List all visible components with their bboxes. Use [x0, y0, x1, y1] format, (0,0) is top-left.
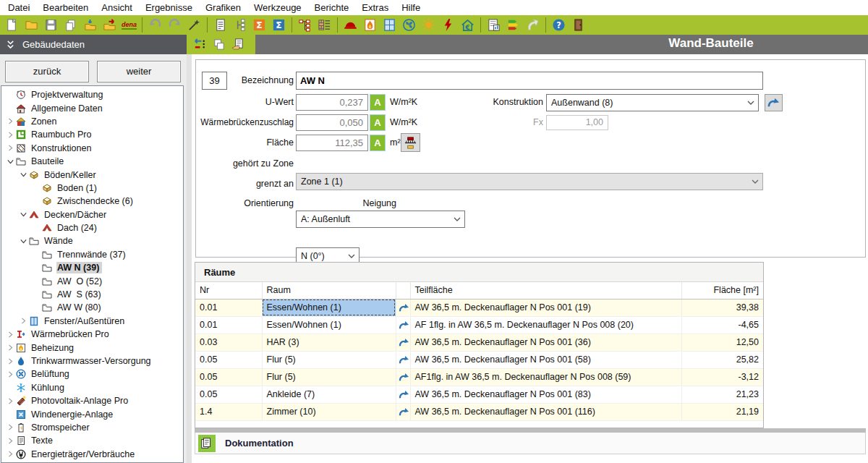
redo-button[interactable]: [166, 16, 184, 34]
cell-teilflaeche[interactable]: AW 36,5 m. Deckenauflager N Pos 001 (19): [410, 299, 681, 316]
tree-item-aw-o-52[interactable]: AW O (52): [1, 274, 183, 287]
tree-item-trennwände-37[interactable]: Trennwände (37): [1, 248, 183, 261]
table-row[interactable]: 0.01Essen/Wohnen (1)AF 1flg. in AW 36,5 …: [195, 316, 763, 334]
zone-dropdown[interactable]: Zone 1 (1): [296, 173, 763, 190]
cell-raum[interactable]: Essen/Wohnen (1): [262, 316, 396, 334]
cell-nr[interactable]: 0.01: [195, 299, 262, 316]
cell-raum[interactable]: Ankleide (7): [262, 386, 396, 403]
konstruktion-dropdown[interactable]: Außenwand (8): [546, 94, 759, 111]
bezeichnung-input[interactable]: [296, 72, 763, 90]
tree-item-raumbuch-pro[interactable]: Raumbuch Pro: [1, 128, 183, 141]
tree-item-projektverwaltung[interactable]: Projektverwaltung: [1, 88, 183, 101]
tree-item-konstruktionen[interactable]: Konstruktionen: [1, 142, 183, 155]
cell-flaeche[interactable]: 25,82: [681, 351, 763, 368]
chevron-right-icon[interactable]: [4, 371, 16, 378]
chevron-right-icon[interactable]: [4, 331, 16, 338]
energy-certificate-button[interactable]: [504, 16, 522, 34]
flaeche-value[interactable]: 112,35: [296, 135, 368, 151]
import-button[interactable]: [81, 16, 99, 34]
cell-raum[interactable]: Essen/Wohnen (1): [262, 299, 396, 316]
tree-item-zonen[interactable]: Zonen: [1, 115, 183, 128]
export-button[interactable]: [101, 16, 119, 34]
cell-teilflaeche[interactable]: AF1flg. in AW 36,5 m. Deckenauflager N P…: [410, 368, 681, 386]
cell-nr[interactable]: 0.05: [195, 351, 262, 368]
cell-nr[interactable]: 0.05: [195, 368, 262, 386]
chevron-right-icon[interactable]: [4, 344, 16, 351]
open-project-button[interactable]: [22, 16, 41, 34]
cell-raum[interactable]: Zimmer (10): [262, 403, 396, 420]
chevron-right-icon[interactable]: [4, 118, 16, 124]
sidebar-header[interactable]: Gebäudedaten: [0, 35, 187, 54]
cell-raum[interactable]: Flur (5): [262, 368, 396, 386]
construction-helmet-button[interactable]: [341, 16, 359, 34]
cell-nr[interactable]: 0.05: [195, 386, 262, 403]
dokumentation-header[interactable]: Dokumentation: [195, 433, 866, 454]
heating-flame-button[interactable]: [361, 16, 379, 34]
chevron-right-icon[interactable]: [4, 438, 16, 444]
menu-ergebnisse[interactable]: Ergebnisse: [139, 1, 199, 14]
cell-teilflaeche[interactable]: AW 36,5 m. Deckenauflager N Pos 001 (58): [410, 351, 681, 368]
tree-item-stromspeicher[interactable]: Stromspeicher: [1, 421, 183, 434]
new-document-button[interactable]: [3, 16, 21, 34]
chevron-right-icon[interactable]: [4, 424, 16, 430]
chevron-down-icon[interactable]: [17, 171, 29, 178]
chevron-right-icon[interactable]: [4, 451, 16, 457]
cell-nr[interactable]: 0.01: [195, 316, 262, 334]
waermebrueckenzuschlag-auto-button[interactable]: A: [370, 114, 386, 131]
undo-button[interactable]: [146, 16, 164, 34]
ventilation-fan-button[interactable]: [400, 16, 418, 34]
tree-item-kühlung[interactable]: Kühlung: [1, 381, 183, 394]
menu-grafiken[interactable]: Grafiken: [199, 1, 247, 14]
cell-teilflaeche[interactable]: AW 36,5 m. Deckenauflager N Pos 001 (36): [410, 334, 681, 351]
chevron-right-icon[interactable]: [4, 132, 16, 138]
assign-document-button[interactable]: [228, 36, 247, 54]
copy-button[interactable]: [61, 16, 80, 34]
cell-flaeche[interactable]: 39,38: [681, 299, 763, 316]
menu-werkzeuge[interactable]: Werkzeuge: [247, 1, 308, 14]
tree-item-böden-keller[interactable]: Böden/Keller: [1, 168, 183, 181]
cell-raum[interactable]: HAR (3): [262, 334, 396, 351]
tree-item-decken-dächer[interactable]: Decken/Dächer: [1, 208, 183, 221]
u-wert-auto-button[interactable]: A: [370, 94, 386, 111]
chevron-right-icon[interactable]: [4, 398, 16, 404]
electricity-bolt-button[interactable]: [439, 16, 457, 34]
tree-item-aw-w-80[interactable]: AW W (80): [1, 301, 183, 314]
save-button[interactable]: [42, 16, 60, 34]
table-row[interactable]: 0.05Ankleide (7)AW 36,5 m. Deckenauflage…: [195, 386, 763, 403]
cell-flaeche[interactable]: 21,23: [681, 386, 763, 403]
chevron-right-icon[interactable]: [4, 358, 16, 365]
back-button[interactable]: zurück: [5, 61, 89, 82]
tree-item-belüftung[interactable]: Belüftung: [1, 368, 183, 381]
menu-ansicht[interactable]: Ansicht: [95, 1, 139, 14]
chevron-down-icon[interactable]: [17, 211, 29, 218]
exit-door-button[interactable]: [569, 16, 587, 34]
chevron-right-icon[interactable]: [4, 145, 16, 151]
sum-orange-button[interactable]: Σ: [250, 16, 268, 34]
table-row[interactable]: 0.01Essen/Wohnen (1)AW 36,5 m. Deckenauf…: [195, 299, 763, 316]
table-row[interactable]: 0.05Flur (5)AF1flg. in AW 36,5 m. Decken…: [195, 368, 763, 386]
dena-logo-button[interactable]: dena: [120, 16, 138, 34]
menu-hilfe[interactable]: Hilfe: [395, 1, 427, 14]
konstruktion-apply-button[interactable]: [765, 94, 783, 111]
cell-teilflaeche[interactable]: AW 36,5 m. Deckenauflager N Pos 001 (116…: [410, 403, 681, 420]
tree-item-aw-n-39[interactable]: AW N (39): [1, 261, 183, 274]
archive-pale-button[interactable]: [524, 16, 542, 34]
cell-flaeche[interactable]: 21,19: [681, 403, 763, 420]
tree-item-wärmebrücken-pro[interactable]: Wärmebrücken Pro: [1, 328, 183, 341]
cell-raum[interactable]: Flur (5): [262, 351, 396, 368]
menu-bearbeiten[interactable]: Bearbeiten: [36, 1, 95, 14]
sidebar-splitter[interactable]: [187, 54, 192, 463]
grenzt-an-dropdown[interactable]: A: Außenluft: [296, 211, 465, 228]
tree-item-zwischendecke-6[interactable]: Zwischendecke (6): [1, 195, 183, 208]
tree-item-fenster-außentüren[interactable]: Fenster/Außentüren: [1, 315, 183, 328]
cell-nr[interactable]: 1.4: [195, 403, 262, 420]
tree-item-bauteile[interactable]: Bauteile: [1, 155, 183, 168]
cell-teilflaeche[interactable]: AF 1flg. in AW 36,5 m. Deckenauflager N …: [410, 316, 681, 334]
cell-flaeche[interactable]: 12,50: [681, 334, 763, 351]
tree-item-wände[interactable]: Wände: [1, 234, 183, 247]
window-button[interactable]: [380, 16, 399, 34]
tree-item-beheizung[interactable]: Beheizung: [1, 341, 183, 354]
cell-nr[interactable]: 0.03: [195, 334, 262, 351]
table-row[interactable]: 0.03HAR (3)AW 36,5 m. Deckenauflager N P…: [195, 334, 763, 351]
tree-item-boden-1[interactable]: Boden (1): [1, 182, 183, 195]
